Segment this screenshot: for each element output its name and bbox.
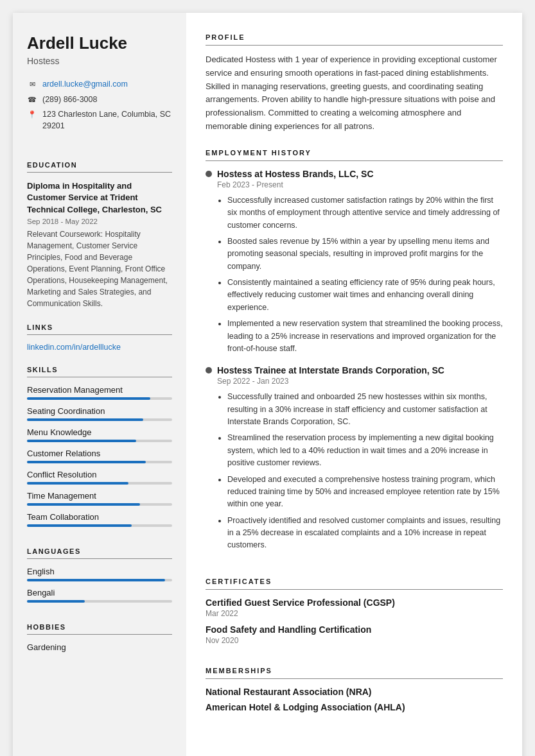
skill-bar-bg (27, 461, 172, 463)
education-degree: Diploma in Hospitality and Customer Serv… (27, 180, 172, 216)
job-bullet: Successfully trained and onboarded 25 ne… (227, 391, 503, 428)
cert-date: Nov 2020 (206, 636, 503, 645)
hobbies-list: Gardening (27, 642, 172, 656)
education-header: EDUCATION (27, 161, 172, 173)
job-bullet: Consistently maintained a seating effici… (227, 277, 503, 314)
skill-name: Conflict Resolution (27, 470, 172, 479)
skill-name: Menu Knowledge (27, 427, 172, 437)
candidate-name: Ardell Lucke (27, 33, 172, 53)
contact-address-row: 📍 123 Charleston Lane, Columbia, SC 2920… (27, 109, 172, 132)
employment-header: EMPLOYMENT HISTORY (206, 149, 503, 161)
job-title: Hostess at Hostess Brands, LLC, SC (206, 169, 503, 179)
phone-icon: ☎ (27, 95, 37, 105)
job-bullet: Implemented a new reservation system tha… (227, 318, 503, 355)
linkedin-link[interactable]: linkedin.com/in/ardelllucke (27, 343, 172, 352)
job-date: Feb 2023 - Present (217, 180, 503, 189)
main-content: PROFILE Dedicated Hostess with 1 year of… (186, 13, 522, 756)
sidebar: Ardell Lucke Hostess ✉ ardell.lucke@gmai… (13, 13, 186, 756)
certificate-item: Food Safety and Handling Certification N… (206, 624, 503, 645)
skill-item: Reservation Management (27, 385, 172, 400)
education-date: Sep 2018 - May 2022 (27, 218, 172, 225)
skill-bar-fill (27, 524, 132, 527)
links-header: LINKS (27, 323, 172, 335)
skill-bar-fill (27, 503, 140, 506)
email-link[interactable]: ardell.lucke@gmail.com (42, 79, 128, 90)
cert-date: Mar 2022 (206, 609, 503, 618)
job-bullet: Streamlined the reservation process by i… (227, 432, 503, 469)
skill-item: Customer Relations (27, 449, 172, 463)
skill-name: Team Collaboration (27, 512, 172, 522)
location-icon: 📍 (27, 110, 37, 120)
skill-item: Team Collaboration (27, 512, 172, 527)
lang-bar-fill (27, 579, 165, 581)
email-icon: ✉ (27, 80, 37, 90)
skill-item: Time Management (27, 491, 172, 506)
profile-text: Dedicated Hostess with 1 year of experie… (206, 53, 503, 133)
skill-bar-bg (27, 503, 172, 506)
resume-container: Ardell Lucke Hostess ✉ ardell.lucke@gmai… (13, 13, 522, 756)
language-name: Bengali (27, 588, 172, 597)
cert-name: Certified Guest Service Professional (CG… (206, 597, 503, 608)
job-dot (206, 171, 212, 177)
job-bullet: Boosted sales revenue by 15% within a ye… (227, 236, 503, 273)
lang-bar-fill (27, 600, 85, 603)
skill-item: Conflict Resolution (27, 470, 172, 485)
job-block: Hostess Trainee at Interstate Brands Cor… (206, 365, 503, 552)
skill-item: Menu Knowledge (27, 427, 172, 442)
skill-bar-bg (27, 397, 172, 400)
skill-bar-fill (27, 482, 128, 485)
lang-bar-bg (27, 579, 172, 581)
job-block: Hostess at Hostess Brands, LLC, SC Feb 2… (206, 169, 503, 356)
job-bullets: Successfully trained and onboarded 25 ne… (217, 391, 503, 552)
jobs-list: Hostess at Hostess Brands, LLC, SC Feb 2… (206, 169, 503, 562)
language-name: English (27, 567, 172, 576)
certificate-item: Certified Guest Service Professional (CG… (206, 597, 503, 618)
skill-bar-bg (27, 482, 172, 485)
skills-header: SKILLS (27, 366, 172, 377)
skill-bar-bg (27, 440, 172, 442)
job-title: Hostess Trainee at Interstate Brands Cor… (206, 365, 503, 375)
hobby-item: Gardening (27, 642, 172, 652)
address-text: 123 Charleston Lane, Columbia, SC 29201 (42, 109, 172, 132)
skill-item: Seating Coordination (27, 406, 172, 421)
job-bullet: Developed and executed a comprehensive h… (227, 474, 503, 511)
job-title-text: Hostess at Hostess Brands, LLC, SC (217, 169, 374, 179)
skill-bar-bg (27, 524, 172, 527)
candidate-title: Hostess (27, 56, 172, 66)
languages-list: English Bengali (27, 567, 172, 609)
contact-phone-row: ☎ (289) 866-3008 (27, 94, 172, 106)
contact-email-row: ✉ ardell.lucke@gmail.com (27, 79, 172, 90)
skill-name: Time Management (27, 491, 172, 501)
job-bullets: Successfully increased customer satisfac… (217, 194, 503, 356)
contact-section: ✉ ardell.lucke@gmail.com ☎ (289) 866-300… (27, 79, 172, 132)
skill-name: Customer Relations (27, 449, 172, 458)
phone-number: (289) 866-3008 (42, 94, 97, 106)
memberships-header: MEMBERSHIPS (206, 667, 503, 679)
skill-name: Seating Coordination (27, 406, 172, 416)
job-date: Sep 2022 - Jan 2023 (217, 377, 503, 386)
languages-header: LANGUAGES (27, 547, 172, 559)
skill-bar-fill (27, 397, 150, 400)
memberships-list: National Restaurant Association (NRA)Ame… (206, 687, 503, 717)
hobbies-header: HOBBIES (27, 623, 172, 635)
job-bullet: Proactively identified and resolved cust… (227, 515, 503, 552)
language-item: English (27, 567, 172, 581)
language-item: Bengali (27, 588, 172, 603)
lang-bar-bg (27, 600, 172, 603)
membership-item: National Restaurant Association (NRA) (206, 687, 503, 697)
skills-list: Reservation Management Seating Coordinat… (27, 385, 172, 533)
skill-bar-fill (27, 418, 143, 421)
skill-bar-fill (27, 461, 146, 463)
certificates-header: CERTIFICATES (206, 578, 503, 590)
cert-name: Food Safety and Handling Certification (206, 624, 503, 635)
certificates-list: Certified Guest Service Professional (CG… (206, 597, 503, 651)
skill-name: Reservation Management (27, 385, 172, 395)
education-coursework: Relevant Coursework: Hospitality Managem… (27, 228, 172, 309)
skill-bar-fill (27, 440, 136, 442)
job-title-text: Hostess Trainee at Interstate Brands Cor… (217, 365, 444, 375)
job-bullet: Successfully increased customer satisfac… (227, 194, 503, 232)
skill-bar-bg (27, 418, 172, 421)
membership-item: American Hotel & Lodging Association (AH… (206, 702, 503, 712)
profile-header: PROFILE (206, 33, 503, 46)
job-dot (206, 367, 212, 374)
